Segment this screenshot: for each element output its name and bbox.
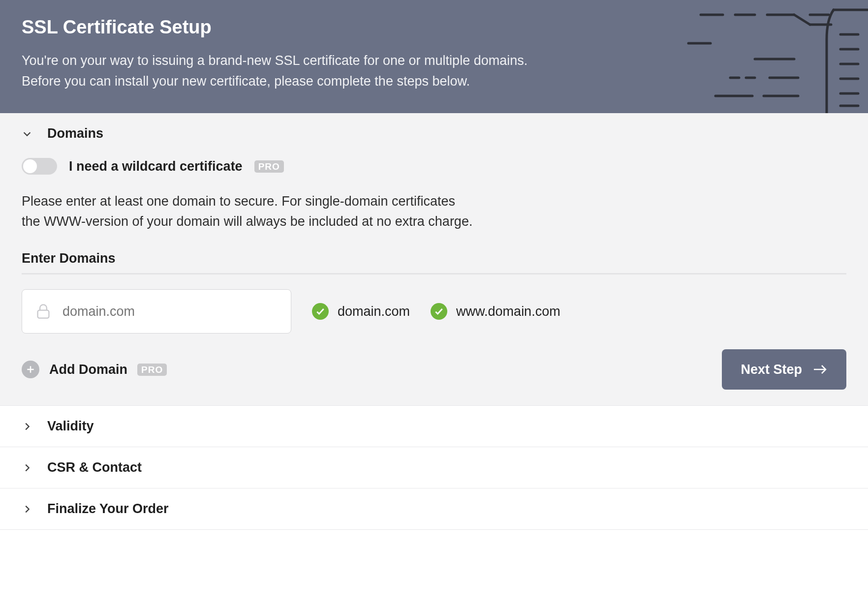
toggle-knob bbox=[23, 159, 37, 173]
wildcard-toggle-label: I need a wildcard certificate bbox=[69, 159, 243, 174]
chevron-right-icon bbox=[22, 421, 32, 432]
section-title-validity: Validity bbox=[47, 419, 94, 434]
next-step-label: Next Step bbox=[741, 362, 802, 377]
hero-banner: SSL Certificate Setup You're on your way… bbox=[0, 0, 868, 113]
add-domain-button[interactable]: Add Domain PRO bbox=[22, 361, 167, 378]
verified-domain-1: domain.com bbox=[312, 303, 410, 320]
section-header-finalize[interactable]: Finalize Your Order bbox=[0, 488, 868, 530]
domains-instruction: Please enter at least one domain to secu… bbox=[22, 191, 846, 231]
page-title: SSL Certificate Setup bbox=[22, 17, 846, 38]
section-title-domains: Domains bbox=[47, 126, 103, 141]
page-subtitle: You're on your way to issuing a brand-ne… bbox=[22, 51, 612, 92]
wildcard-row: I need a wildcard certificate PRO bbox=[22, 158, 846, 175]
enter-domains-label: Enter Domains bbox=[22, 251, 846, 266]
arrow-right-icon bbox=[813, 364, 828, 375]
section-header-csr[interactable]: CSR & Contact bbox=[0, 447, 868, 488]
svg-rect-19 bbox=[38, 310, 49, 318]
domain-input-row: domain.com www.domain.com bbox=[22, 289, 846, 334]
main-content: Domains I need a wildcard certificate PR… bbox=[0, 113, 868, 530]
section-header-domains[interactable]: Domains bbox=[0, 113, 868, 154]
check-icon bbox=[312, 303, 329, 320]
section-title-finalize: Finalize Your Order bbox=[47, 501, 169, 517]
section-body-domains: I need a wildcard certificate PRO Please… bbox=[0, 158, 868, 405]
chevron-right-icon bbox=[22, 462, 32, 473]
verified-domain-2: www.domain.com bbox=[431, 303, 560, 320]
domain-input[interactable] bbox=[22, 289, 291, 334]
pro-badge: PRO bbox=[254, 160, 284, 173]
divider bbox=[22, 273, 846, 274]
section-header-validity[interactable]: Validity bbox=[0, 405, 868, 447]
action-row: Add Domain PRO Next Step bbox=[22, 349, 846, 390]
chevron-down-icon bbox=[22, 128, 32, 139]
lock-icon bbox=[36, 304, 50, 319]
pro-badge: PRO bbox=[137, 364, 167, 376]
next-step-button[interactable]: Next Step bbox=[722, 349, 846, 390]
add-domain-label: Add Domain bbox=[49, 362, 127, 377]
section-title-csr: CSR & Contact bbox=[47, 460, 142, 475]
check-icon bbox=[431, 303, 447, 320]
wildcard-toggle[interactable] bbox=[22, 158, 57, 175]
plus-icon bbox=[22, 361, 39, 378]
chevron-right-icon bbox=[22, 504, 32, 515]
